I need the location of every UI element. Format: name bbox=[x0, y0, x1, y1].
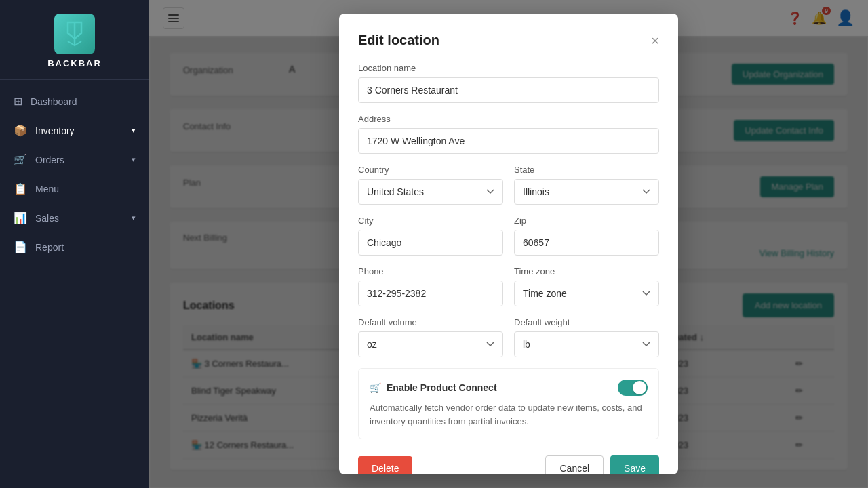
state-label: State bbox=[514, 165, 659, 175]
volume-select[interactable]: oz ml L bbox=[358, 331, 503, 357]
dashboard-icon: ⊞ bbox=[14, 95, 22, 108]
menu-icon: 📋 bbox=[14, 182, 27, 195]
sidebar-logo: BACKBAR bbox=[0, 0, 149, 80]
timezone-select[interactable]: Time zone America/Chicago America/New_Yo… bbox=[514, 281, 659, 306]
city-group: City bbox=[358, 216, 503, 256]
country-state-row: Country United States Canada United King… bbox=[358, 165, 659, 216]
city-label: City bbox=[358, 216, 503, 226]
address-group: Address bbox=[358, 114, 659, 154]
sales-icon: 📊 bbox=[14, 211, 27, 224]
cancel-button[interactable]: Cancel bbox=[545, 455, 604, 474]
chevron-down-icon: ▾ bbox=[132, 155, 136, 164]
volume-weight-row: Default volume oz ml L Default weight lb… bbox=[358, 317, 659, 368]
sidebar-item-label: Orders bbox=[35, 155, 64, 165]
city-zip-row: City Zip bbox=[358, 216, 659, 266]
product-connect-toggle[interactable] bbox=[618, 380, 648, 396]
modal-header: Edit location × bbox=[358, 33, 659, 48]
address-label: Address bbox=[358, 114, 659, 124]
sidebar-item-label: Dashboard bbox=[31, 96, 77, 107]
country-group: Country United States Canada United King… bbox=[358, 165, 503, 205]
location-name-input[interactable] bbox=[358, 77, 659, 103]
volume-label: Default volume bbox=[358, 317, 503, 327]
modal-title: Edit location bbox=[358, 33, 439, 48]
state-group: State Illinois California New York bbox=[514, 165, 659, 205]
sidebar-item-label: Report bbox=[35, 242, 64, 253]
chevron-down-icon: ▾ bbox=[132, 126, 136, 135]
state-select[interactable]: Illinois California New York bbox=[514, 179, 659, 205]
toggle-thumb bbox=[633, 381, 646, 394]
report-icon: 📄 bbox=[14, 241, 27, 253]
inventory-icon: 📦 bbox=[14, 124, 27, 137]
zip-label: Zip bbox=[514, 216, 659, 226]
sidebar-item-inventory[interactable]: 📦 Inventory ▾ bbox=[0, 116, 149, 145]
product-connect-title: 🛒 Enable Product Connect bbox=[370, 382, 497, 393]
location-name-label: Location name bbox=[358, 63, 659, 73]
sidebar: BACKBAR ⊞ Dashboard 📦 Inventory ▾ 🛒 Orde… bbox=[0, 0, 149, 488]
zip-input[interactable] bbox=[514, 230, 659, 256]
chevron-down-icon: ▾ bbox=[132, 214, 136, 222]
orders-icon: 🛒 bbox=[14, 153, 27, 166]
product-connect-section: 🛒 Enable Product Connect Automatically f… bbox=[358, 368, 659, 439]
city-input[interactable] bbox=[358, 230, 503, 256]
timezone-label: Time zone bbox=[514, 266, 659, 277]
sidebar-item-dashboard[interactable]: ⊞ Dashboard bbox=[0, 87, 149, 116]
logo-text: BACKBAR bbox=[47, 58, 102, 68]
zip-group: Zip bbox=[514, 216, 659, 256]
location-name-group: Location name bbox=[358, 63, 659, 103]
country-label: Country bbox=[358, 165, 503, 175]
product-connect-header: 🛒 Enable Product Connect bbox=[370, 380, 648, 396]
sidebar-item-menu[interactable]: 📋 Menu bbox=[0, 174, 149, 203]
weight-select[interactable]: lb kg g bbox=[514, 331, 659, 357]
modal-footer: Delete Cancel Save bbox=[358, 453, 659, 474]
sidebar-item-sales[interactable]: 📊 Sales ▾ bbox=[0, 203, 149, 232]
edit-location-modal: Edit location × Location name Address Co… bbox=[339, 14, 678, 474]
modal-footer-right: Cancel Save bbox=[545, 455, 659, 474]
sidebar-navigation: ⊞ Dashboard 📦 Inventory ▾ 🛒 Orders ▾ 📋 M… bbox=[0, 80, 149, 262]
address-input[interactable] bbox=[358, 128, 659, 154]
volume-group: Default volume oz ml L bbox=[358, 317, 503, 357]
phone-input[interactable] bbox=[358, 281, 503, 306]
modal-overlay[interactable]: Edit location × Location name Address Co… bbox=[149, 0, 868, 488]
toggle-track bbox=[618, 380, 648, 396]
backbar-logo-icon bbox=[54, 14, 95, 54]
modal-close-button[interactable]: × bbox=[651, 34, 659, 47]
sidebar-item-orders[interactable]: 🛒 Orders ▾ bbox=[0, 145, 149, 174]
phone-label: Phone bbox=[358, 266, 503, 277]
main-content: 3 Corners Restaurant ▾ ❓ 🔔 9 👤 Organizat… bbox=[149, 0, 868, 488]
weight-label: Default weight bbox=[514, 317, 659, 327]
country-select[interactable]: United States Canada United Kingdom bbox=[358, 179, 503, 205]
phone-timezone-row: Phone Time zone Time zone America/Chicag… bbox=[358, 266, 659, 317]
weight-group: Default weight lb kg g bbox=[514, 317, 659, 357]
sidebar-item-label: Inventory bbox=[35, 125, 75, 136]
sidebar-item-label: Menu bbox=[35, 184, 59, 195]
timezone-group: Time zone Time zone America/Chicago Amer… bbox=[514, 266, 659, 306]
product-connect-description: Automatically fetch vendor order data to… bbox=[370, 401, 648, 428]
sidebar-item-label: Sales bbox=[35, 213, 59, 224]
sidebar-item-report[interactable]: 📄 Report bbox=[0, 232, 149, 262]
save-button[interactable]: Save bbox=[610, 455, 659, 474]
product-connect-icon: 🛒 bbox=[370, 382, 381, 393]
phone-group: Phone bbox=[358, 266, 503, 306]
delete-button[interactable]: Delete bbox=[358, 456, 412, 474]
